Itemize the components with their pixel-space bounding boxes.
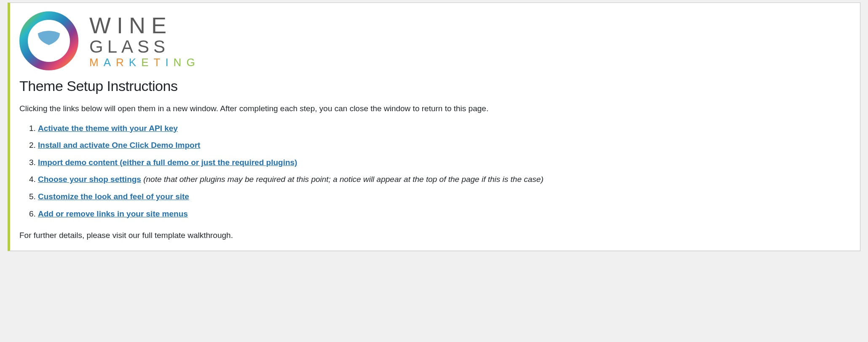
brand-wordmark: WINE GLASS MARKETING	[89, 13, 200, 68]
footer-text: For further details, please visit our fu…	[19, 230, 851, 241]
svg-rect-1	[47, 45, 51, 57]
list-item: Add or remove links in your site menus	[38, 208, 851, 220]
list-item: Install and activate One Click Demo Impo…	[38, 140, 851, 151]
brand-word-marketing: MARKETING	[89, 57, 200, 68]
list-item: Choose your shop settings (note that oth…	[38, 174, 851, 185]
brand-word-glass: GLASS	[89, 37, 200, 56]
step-link-import-demo-content[interactable]: Import demo content (either a full demo …	[38, 158, 297, 167]
step-link-activate-api[interactable]: Activate the theme with your API key	[38, 124, 178, 133]
step-link-shop-settings[interactable]: Choose your shop settings	[38, 175, 141, 184]
theme-setup-panel: WINE GLASS MARKETING Theme Setup Instruc…	[8, 3, 860, 251]
list-item: Import demo content (either a full demo …	[38, 157, 851, 168]
list-item: Activate the theme with your API key	[38, 123, 851, 134]
intro-text: Clicking the links below will open them …	[19, 103, 851, 115]
list-item: Customize the look and feel of your site	[38, 191, 851, 203]
wine-glass-logo-icon	[19, 11, 78, 70]
step-link-customize-look[interactable]: Customize the look and feel of your site	[38, 192, 189, 201]
brand-logo: WINE GLASS MARKETING	[19, 11, 851, 70]
page-title: Theme Setup Instructions	[19, 78, 851, 94]
svg-point-2	[40, 56, 58, 61]
setup-steps-list: Activate the theme with your API key Ins…	[19, 123, 851, 220]
step-note: (note that other plugins may be required…	[143, 175, 544, 184]
step-link-install-demo-import[interactable]: Install and activate One Click Demo Impo…	[38, 141, 200, 150]
brand-word-wine: WINE	[89, 13, 200, 37]
step-link-site-menus[interactable]: Add or remove links in your site menus	[38, 209, 188, 218]
